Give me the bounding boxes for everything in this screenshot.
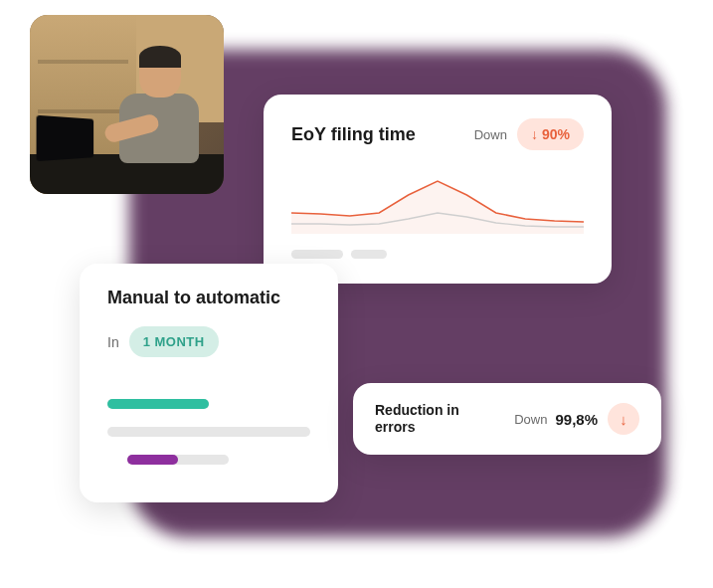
errors-trend-value: 99,8% <box>555 411 598 428</box>
hero-photo <box>30 15 224 194</box>
bar-row-1 <box>107 399 310 411</box>
manual-bars <box>107 399 310 467</box>
errors-arrow-badge <box>608 403 639 435</box>
card-manual-automatic: Manual to automatic In 1 MONTH <box>80 264 338 502</box>
arrow-down-icon <box>620 411 627 428</box>
eoy-trend-badge: 90% <box>517 118 584 150</box>
eoy-trend-value: 90% <box>542 126 570 142</box>
eoy-placeholder-row <box>291 250 584 259</box>
bar-row-2 <box>107 427 310 439</box>
errors-title: Reduction in errors <box>375 402 474 436</box>
bar-row-3 <box>107 455 310 467</box>
manual-in-label: In <box>107 334 119 350</box>
card-reduction-errors: Reduction in errors Down 99,8% <box>353 383 661 455</box>
manual-title: Manual to automatic <box>107 288 310 308</box>
eoy-chart <box>291 164 584 234</box>
eoy-trend-label: Down <box>474 127 507 142</box>
eoy-title: EoY filing time <box>291 124 416 145</box>
manual-duration-pill: 1 MONTH <box>129 326 219 357</box>
card-eoy-filing: EoY filing time Down 90% <box>264 95 612 284</box>
errors-trend-label: Down <box>514 412 547 427</box>
arrow-down-icon <box>531 126 538 142</box>
